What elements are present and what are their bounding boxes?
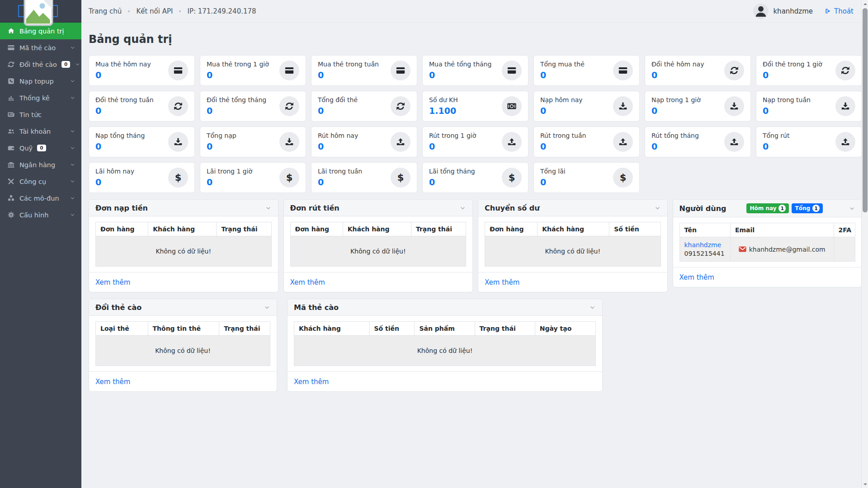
sidebar-item-funds[interactable]: Quỹ0 xyxy=(0,140,81,156)
breadcrumb-item[interactable]: Kết nối API xyxy=(136,7,173,15)
sidebar-count-badge: 0 xyxy=(37,145,46,152)
sidebar-item-topup[interactable]: Nạp topup xyxy=(0,73,81,89)
stat-card-label: Lãi tổng tháng xyxy=(429,168,475,175)
see-more-link[interactable]: Xem thêm xyxy=(290,278,325,286)
stat-card-text: Mua thẻ tổng tháng0 xyxy=(429,61,491,80)
panels-bottom-row: Đổi thẻ càoLoại thẻThông tin thẻTrạng th… xyxy=(89,299,862,392)
sidebar-item-card-exchange[interactable]: Đổi thẻ cào0 xyxy=(0,56,81,73)
sync-icon xyxy=(284,101,294,111)
see-more-link[interactable]: Xem thêm xyxy=(95,278,130,286)
stat-card-icon-circle xyxy=(279,61,299,80)
scrollbar-down-arrow[interactable] xyxy=(862,481,868,488)
stat-card: Mua thẻ trong tuần0 xyxy=(311,55,417,86)
stat-card-text: Đổi thẻ hôm nay0 xyxy=(651,61,704,80)
stat-card-icon-circle xyxy=(502,132,522,152)
stat-card-text: Mua thẻ hôm nay0 xyxy=(95,61,151,80)
table-header-row: Đơn hàngKhách hàngTrạng thái xyxy=(96,222,271,236)
sidebar-item-tools[interactable]: Công cụ xyxy=(0,173,81,190)
table-column-header: Khách hàng xyxy=(538,222,609,236)
topbar: Trang chủKết nối APIIP: 171.249.240.178 … xyxy=(81,0,868,23)
stat-card: Tổng lãi0$ xyxy=(533,162,640,193)
sidebar: Bảng quản trịMã thẻ càoĐổi thẻ cào0Nạp t… xyxy=(0,0,81,488)
app-root: Bảng quản trịMã thẻ càoĐổi thẻ cào0Nạp t… xyxy=(0,0,868,488)
table-column-header: Loại thẻ xyxy=(96,322,148,336)
stat-card-value: 0 xyxy=(95,106,154,116)
sidebar-brand xyxy=(0,0,81,23)
user-name-cell: khanhdzme0915215441 xyxy=(680,237,731,261)
empty-table-message: Không có dữ liệu! xyxy=(291,236,466,266)
panel-body: Đơn hàngKhách hàngTrạng tháiKhông có dữ … xyxy=(284,216,473,272)
see-more-link[interactable]: Xem thêm xyxy=(95,378,130,386)
stat-card-text: Đổi thẻ trong tuần0 xyxy=(95,96,154,116)
panel-header-nguoi-dung[interactable]: Người dùngHôm nay1Tổng1 xyxy=(673,200,862,217)
sidebar-item-card-codes[interactable]: Mã thẻ cào xyxy=(0,39,81,56)
stat-card-icon-circle xyxy=(835,61,855,80)
stat-card-label: Đổi thẻ trong 1 giờ xyxy=(763,61,822,68)
stat-card-label: Đổi thẻ trong tuần xyxy=(95,96,154,103)
scrollbar-thumb[interactable] xyxy=(863,8,868,212)
table-column-header: Khách hàng xyxy=(343,222,411,236)
stat-card: Tổng đổi thẻ0 xyxy=(311,91,417,122)
stat-card-label: Lãi trong 1 giờ xyxy=(207,168,252,175)
stat-card-value: 0 xyxy=(540,141,586,151)
sidebar-item-label: Tài khoản xyxy=(19,128,51,135)
stat-card-text: Tổng đổi thẻ0 xyxy=(318,96,358,116)
stat-card-label: Tổng mua thẻ xyxy=(540,61,585,68)
panel-don-rut-tien: Đơn rút tiềnĐơn hàngKhách hàngTrạng thái… xyxy=(283,199,473,292)
stat-card-text: Tổng lãi0 xyxy=(540,168,566,187)
sidebar-item-banks[interactable]: Ngân hàng xyxy=(0,156,81,173)
download-icon xyxy=(729,101,739,111)
sidebar-item-modules[interactable]: Các mô-đun xyxy=(0,190,81,206)
username[interactable]: khanhdzme xyxy=(773,7,813,15)
stat-card: Mua thẻ tổng tháng0 xyxy=(422,55,528,86)
stat-card-value: 0 xyxy=(207,70,269,80)
see-more-link[interactable]: Xem thêm xyxy=(485,278,519,286)
sync-icon xyxy=(7,61,15,68)
see-more-link[interactable]: Xem thêm xyxy=(294,378,329,386)
chevron-down-icon xyxy=(70,78,75,84)
user-name-link[interactable]: khanhdzme xyxy=(684,241,726,249)
panel-header-don-nap-tien[interactable]: Đơn nạp tiền xyxy=(89,200,278,216)
sidebar-item-statistics[interactable]: Thống kê xyxy=(0,89,81,106)
avatar[interactable] xyxy=(753,4,769,19)
stat-card-value: 1.100 xyxy=(429,106,458,116)
credit-card-icon xyxy=(507,66,517,75)
stat-card-value: 0 xyxy=(318,177,362,187)
stat-card-value: 0 xyxy=(429,141,476,151)
dollar-icon: $ xyxy=(507,173,517,183)
scrollbar-up-arrow[interactable] xyxy=(862,0,868,7)
stat-card-text: Lãi tổng tháng0 xyxy=(429,168,475,187)
stat-card: Nạp trong tuần0 xyxy=(756,91,862,122)
sidebar-item-news[interactable]: Tin tức xyxy=(0,106,81,123)
stat-card-text: Lãi hôm nay0 xyxy=(95,168,134,187)
panel-chuyen-so-du: Chuyển số dưĐơn hàngKhách hàngSố tiềnKhô… xyxy=(478,199,668,292)
see-more-link[interactable]: Xem thêm xyxy=(679,273,714,282)
sidebar-item-config[interactable]: Cấu hình xyxy=(0,206,81,223)
credit-card-icon xyxy=(284,66,294,75)
panel-header-ma-the-cao[interactable]: Mã thẻ cào xyxy=(288,299,602,316)
user-email: khanhdzme@gmail.com xyxy=(749,246,826,253)
panel-body: TênEmail2FAkhanhdzme0915215441khanhdzme@… xyxy=(673,217,862,267)
logo-broken-image[interactable] xyxy=(18,5,58,17)
logout-button[interactable]: Thoát xyxy=(825,7,854,15)
panel-header-don-rut-tien[interactable]: Đơn rút tiền xyxy=(284,200,473,216)
stat-card-icon-circle xyxy=(613,96,633,116)
breadcrumb-item[interactable]: Trang chủ xyxy=(89,7,122,15)
table-header-row: Loại thẻThông tin thẻTrạng thái xyxy=(96,322,270,336)
stat-card-icon-circle xyxy=(613,61,633,80)
stat-card-text: Mua thẻ trong tuần0 xyxy=(318,61,379,80)
panel-header-doi-the-cao[interactable]: Đổi thẻ cào xyxy=(89,299,277,316)
chart-icon xyxy=(7,94,15,102)
sidebar-item-accounts[interactable]: Tài khoản xyxy=(0,123,81,140)
stat-card-value: 0 xyxy=(540,177,566,187)
sidebar-item-label: Tin tức xyxy=(19,111,42,118)
bank-icon xyxy=(7,161,15,169)
chevron-down-icon xyxy=(654,205,661,211)
panel-header-chuyen-so-du[interactable]: Chuyển số dư xyxy=(478,200,667,216)
panel-don-nap-tien: Đơn nạp tiềnĐơn hàngKhách hàngTrạng thái… xyxy=(89,199,278,292)
stat-card-label: Mua thẻ tổng tháng xyxy=(429,61,491,68)
chevron-down-icon xyxy=(75,61,80,67)
download-icon xyxy=(840,101,850,111)
sidebar-item-label: Ngân hàng xyxy=(19,161,55,169)
vertical-scrollbar[interactable] xyxy=(861,0,868,488)
